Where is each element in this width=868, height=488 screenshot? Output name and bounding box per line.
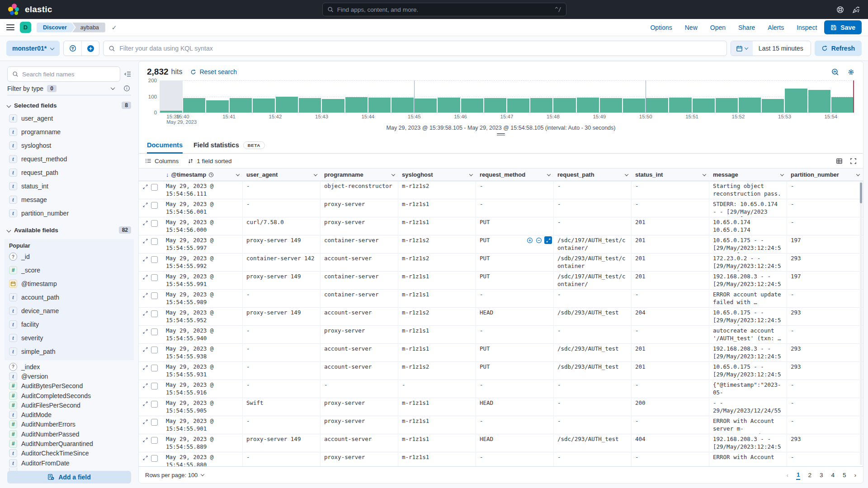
cell-status[interactable]: 201 xyxy=(632,362,709,380)
cell-ts[interactable]: May 29, 2023 @ 15:54:55.931 xyxy=(162,362,243,380)
field-list-item[interactable]: #AuditNumberErrors xyxy=(7,420,131,429)
cell-path[interactable]: - xyxy=(554,326,632,343)
cell-ts[interactable]: May 29, 2023 @ 15:54:55.880 xyxy=(162,452,243,466)
filter-by-type[interactable]: Filter by type 0 xyxy=(7,82,131,95)
cell-ts[interactable]: May 29, 2023 @ 15:54:55.940 xyxy=(162,326,243,343)
cell-method[interactable]: PUT xyxy=(476,253,554,271)
cell-method[interactable]: PUT xyxy=(476,362,554,380)
row-checkbox[interactable] xyxy=(151,401,158,408)
cell-part[interactable]: 293 xyxy=(787,344,863,361)
row-checkbox[interactable] xyxy=(151,202,158,209)
cell-path[interactable]: - xyxy=(554,199,632,217)
cell-ts[interactable]: May 29, 2023 @ 15:54:55.952 xyxy=(162,308,243,325)
expand-document-icon[interactable] xyxy=(142,202,148,208)
cell-ua[interactable]: Swift xyxy=(243,398,321,416)
cell-method[interactable]: - xyxy=(476,416,554,434)
cell-method[interactable]: PUT xyxy=(476,217,554,235)
cell-prog[interactable]: account-server xyxy=(321,253,398,271)
previous-page-icon[interactable]: ‹ xyxy=(786,471,789,479)
collapse-sidebar-icon[interactable] xyxy=(124,70,131,78)
cell-msg[interactable]: 10.65.0.175 - - [29/May/2023:12:24:55 +0… xyxy=(709,362,787,380)
page-3[interactable]: 3 xyxy=(819,471,824,479)
cell-ts[interactable]: May 29, 2023 @ 15:54:56.000 xyxy=(162,217,243,235)
help-icon[interactable] xyxy=(836,6,844,14)
field-list-item[interactable]: trequest_path xyxy=(7,166,131,179)
cell-method[interactable]: - xyxy=(476,452,554,466)
cell-path[interactable]: /sdc/197/AUTH_test/container/ xyxy=(554,235,632,253)
cell-ua[interactable]: - xyxy=(243,362,321,380)
field-list-item[interactable]: tfacility xyxy=(7,318,131,331)
cell-prog[interactable]: proxy-server xyxy=(321,217,398,235)
histogram-bar[interactable] xyxy=(577,98,599,113)
page-4[interactable]: 4 xyxy=(830,471,835,479)
cell-prog[interactable]: container-server xyxy=(321,272,398,289)
field-list-item[interactable]: #_score xyxy=(7,263,131,277)
tab-field-statistics[interactable]: Field statistics BETA xyxy=(193,137,265,153)
cell-ts[interactable]: May 29, 2023 @ 15:54:55.938 xyxy=(162,344,243,361)
field-list-item[interactable]: tsimple_path xyxy=(7,345,131,358)
add-field-button[interactable]: Add a field xyxy=(7,471,131,483)
cell-prog[interactable]: account-server xyxy=(321,344,398,361)
cell-part[interactable]: - xyxy=(787,290,863,307)
expand-document-icon[interactable] xyxy=(142,238,148,244)
top-menu-options[interactable]: Options xyxy=(650,24,672,31)
row-checkbox[interactable] xyxy=(151,256,158,263)
filter-for-value-icon[interactable] xyxy=(526,237,533,244)
scrollbar-thumb[interactable] xyxy=(860,183,862,203)
space-avatar[interactable]: D xyxy=(20,22,31,33)
cell-ua[interactable]: - xyxy=(243,199,321,217)
cell-msg[interactable]: Starting object reconstruction pass. xyxy=(709,181,787,199)
field-list-item[interactable]: #AuditNumberQuarantined xyxy=(7,439,131,448)
field-list-item[interactable]: tpartition_number xyxy=(7,206,131,220)
cell-host[interactable]: m-r1z1s1 xyxy=(398,398,476,416)
cell-method[interactable]: PUT xyxy=(476,272,554,289)
top-menu-alerts[interactable]: Alerts xyxy=(768,24,784,31)
cell-prog[interactable]: container-server xyxy=(321,290,398,307)
row-checkbox[interactable] xyxy=(151,455,158,462)
histogram-bar[interactable] xyxy=(669,98,691,113)
cell-ts[interactable]: May 29, 2023 @ 15:54:55.989 xyxy=(162,290,243,307)
histogram-bar[interactable] xyxy=(322,99,344,113)
histogram-bar[interactable] xyxy=(785,89,807,113)
cell-status[interactable]: - xyxy=(632,416,709,434)
row-checkbox[interactable] xyxy=(151,220,158,227)
cell-part[interactable]: 197 xyxy=(787,272,863,289)
save-button[interactable]: Save xyxy=(824,20,862,34)
cell-ua[interactable]: - xyxy=(243,326,321,343)
cell-status[interactable]: 201 xyxy=(632,344,709,361)
cell-path[interactable]: /sdb/293/AUTH_test xyxy=(554,308,632,325)
expand-document-icon[interactable] xyxy=(142,437,148,443)
cell-ua[interactable]: - xyxy=(243,181,321,199)
field-list-item[interactable]: #AuditCompletedSeconds xyxy=(7,391,131,400)
cell-host[interactable]: m-r1z1s2 xyxy=(398,362,476,380)
cell-part[interactable]: - xyxy=(787,181,863,199)
reset-search-link[interactable]: Reset search xyxy=(190,68,236,75)
top-menu-new[interactable]: New xyxy=(685,24,698,31)
field-list-item[interactable]: taccount_path xyxy=(7,291,131,304)
histogram-bar[interactable] xyxy=(553,98,576,113)
cell-msg[interactable]: 10.65.0.175 - - [29/May/2023:12:24:55 +0… xyxy=(709,235,787,253)
cell-part[interactable]: - xyxy=(787,452,863,466)
cell-ua[interactable]: proxy-server 149 xyxy=(243,434,321,452)
expand-document-icon[interactable] xyxy=(142,256,148,262)
row-checkbox[interactable] xyxy=(151,274,158,281)
expand-document-icon[interactable] xyxy=(142,184,148,190)
histogram-bar[interactable] xyxy=(392,98,414,113)
field-search[interactable] xyxy=(7,66,120,82)
cell-part[interactable]: - xyxy=(787,416,863,434)
cell-method[interactable]: PUT xyxy=(476,344,554,361)
cell-host[interactable]: - xyxy=(398,380,476,398)
row-checkbox[interactable] xyxy=(151,383,158,389)
histogram-bar[interactable] xyxy=(693,99,715,113)
cell-status[interactable]: 201 xyxy=(632,235,709,253)
display-density-icon[interactable] xyxy=(836,158,843,164)
cell-method[interactable]: - xyxy=(476,326,554,343)
cell-path[interactable]: - xyxy=(554,217,632,235)
cell-ua[interactable]: - xyxy=(243,290,321,307)
row-checkbox[interactable] xyxy=(151,365,158,371)
field-list-item[interactable]: tAuditorFromDate xyxy=(7,458,131,468)
cell-path[interactable]: /sdc/293/AUTH_test xyxy=(554,344,632,361)
cell-part[interactable]: - xyxy=(787,199,863,217)
cell-ts[interactable]: May 29, 2023 @ 15:54:55.997 xyxy=(162,235,243,253)
cell-path[interactable]: /sdc/197/AUTH_test/container/ xyxy=(554,272,632,289)
